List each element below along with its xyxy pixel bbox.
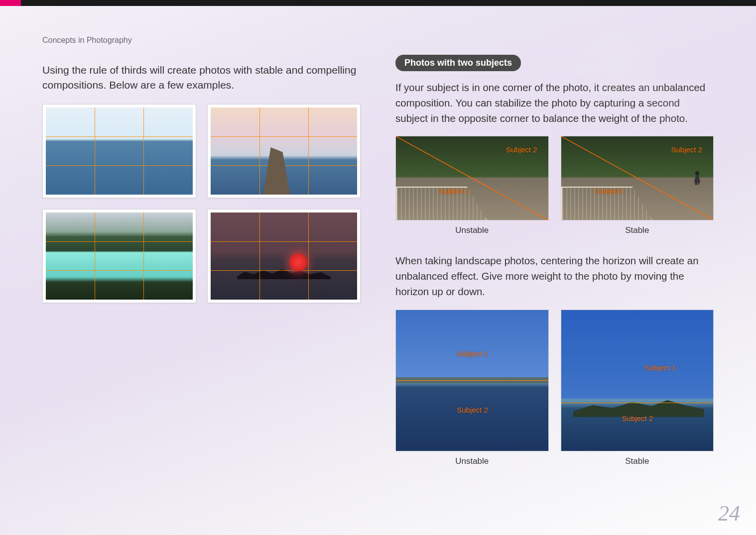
top-bar (0, 0, 756, 6)
subject1-label: Subject 1 (457, 349, 488, 358)
subject1-label: Subject 1 (645, 363, 676, 372)
subject2-label: Subject 2 (457, 406, 488, 414)
left-column: Concepts in Photography Using the rule o… (42, 36, 361, 484)
example-thumb (207, 104, 361, 198)
photo-court-stable: Subject 2 Subject 1 (561, 136, 714, 220)
example-photo-lake (46, 213, 193, 300)
subject-pair-1: Subject 2 Subject 1 Unstable Subject 2 S… (395, 136, 714, 235)
subject2-label: Subject 2 (671, 145, 702, 154)
subject2-label: Subject 2 (506, 145, 537, 154)
right-column: Photos with two subjects If your subject… (395, 36, 714, 484)
figure-stable-horizon: Subject 1 Subject 2 Stable (561, 310, 714, 466)
photo-sea-unstable: Subject 1 Subject 2 (395, 310, 549, 451)
breadcrumb: Concepts in Photography (42, 36, 361, 45)
example-grid (42, 104, 361, 303)
subject2-label: Subject 2 (622, 414, 653, 423)
section-heading-pill: Photos with two subjects (395, 55, 521, 71)
body-text-2: When taking landscape photos, centering … (395, 253, 714, 299)
accent-strip (0, 0, 21, 6)
photo-court-unstable: Subject 2 Subject 1 (395, 136, 549, 220)
example-photo-ocean (46, 107, 193, 195)
figure-stable-subjects: Subject 2 Subject 1 Stable (561, 136, 714, 235)
intro-text: Using the rule of thirds will create pho… (42, 63, 361, 93)
example-thumb (42, 209, 196, 303)
caption-unstable: Unstable (395, 220, 549, 235)
figure-unstable-horizon: Subject 1 Subject 2 Unstable (395, 310, 549, 466)
example-thumb (42, 104, 196, 198)
page-number: 24 (718, 501, 740, 526)
example-photo-sunset (211, 213, 358, 300)
figure-unstable-subjects: Subject 2 Subject 1 Unstable (395, 136, 549, 235)
subject-pair-2: Subject 1 Subject 2 Unstable Subject 1 S… (395, 310, 714, 466)
photo-sea-stable: Subject 1 Subject 2 (561, 310, 714, 451)
subject1-label: Subject 1 (439, 187, 470, 195)
caption-stable: Stable (561, 451, 714, 466)
example-thumb (207, 209, 361, 303)
example-photo-cliff (211, 107, 358, 195)
subject1-label: Subject 1 (595, 187, 626, 195)
caption-unstable: Unstable (395, 451, 549, 466)
body-text-1: If your subject is in one corner of the … (395, 80, 714, 126)
caption-stable: Stable (561, 220, 714, 235)
